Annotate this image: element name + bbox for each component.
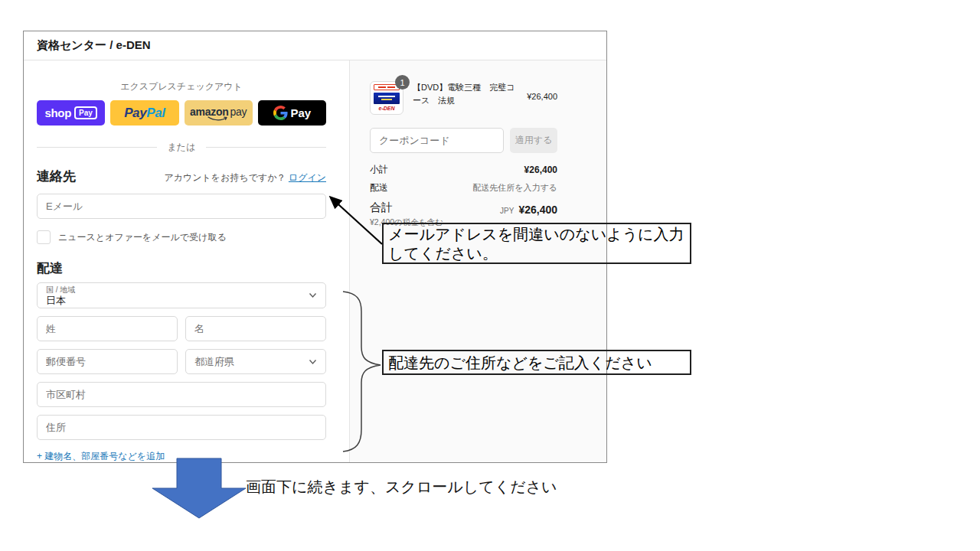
cart-item: e-DEN 1 【DVD】電験三種 完璧コース 法規 ¥26,400 xyxy=(370,81,557,115)
currency-code: JPY xyxy=(500,207,514,215)
chevron-down-icon xyxy=(309,359,317,365)
shop-pay-button[interactable]: shop Pay xyxy=(37,100,105,126)
product-title: 【DVD】電験三種 完璧コース 法規 xyxy=(413,81,527,107)
apply-coupon-button[interactable]: 適用する xyxy=(510,128,557,153)
country-select[interactable]: 国 / 地域 日本 xyxy=(37,282,326,308)
subtotal-value: ¥26,400 xyxy=(524,165,557,175)
gpay-logo: Pay xyxy=(291,106,312,119)
google-pay-button[interactable]: Pay xyxy=(258,100,326,126)
delivery-heading: 配達 xyxy=(37,259,326,277)
amazon-pay-button[interactable]: amazonpay xyxy=(185,100,253,126)
contact-heading: 連絡先 xyxy=(37,168,76,185)
paypal-button[interactable]: PayPal xyxy=(110,100,178,126)
add-building-link[interactable]: + 建物名、部屋番号などを追加 xyxy=(37,450,326,462)
newsletter-checkbox[interactable] xyxy=(37,230,51,244)
login-link[interactable]: ログイン xyxy=(289,172,326,183)
chevron-down-icon xyxy=(309,292,317,298)
google-g-icon xyxy=(273,106,288,120)
postal-code-field[interactable] xyxy=(37,349,178,374)
shop-pay-logo: shop xyxy=(44,106,71,119)
prefecture-select[interactable]: 都道府県 xyxy=(185,349,326,374)
totals-section: 小計 ¥26,400 配送 配送先住所を入力する 合計 ¥2,400の税金を含む… xyxy=(370,163,557,228)
total-value: ¥26,400 xyxy=(518,204,557,216)
product-price: ¥26,400 xyxy=(527,92,557,101)
or-divider: または xyxy=(37,141,326,154)
address-annotation-box: 配達先のご住所などをご記入ください xyxy=(382,350,691,375)
amazon-smile-icon xyxy=(207,116,230,121)
shipping-label: 配送 xyxy=(370,181,388,194)
first-name-field[interactable] xyxy=(185,316,326,341)
coupon-code-input[interactable] xyxy=(370,128,504,153)
paypal-logo: Pay xyxy=(124,106,146,121)
total-label: 合計 xyxy=(370,201,393,214)
express-checkout-label: エクスプレスチェックアウト xyxy=(37,80,326,93)
newsletter-label: ニュースとオファーをメールで受け取る xyxy=(58,231,227,244)
country-value: 日本 xyxy=(46,295,317,306)
quantity-badge: 1 xyxy=(395,75,410,90)
checkout-form-pane: エクスプレスチェックアウト shop Pay PayPal amazonpay xyxy=(24,60,349,462)
scroll-down-arrow-shape xyxy=(152,458,246,518)
amazonpay-logo: amazonpay xyxy=(190,107,247,116)
brand-logo: e-DEN xyxy=(374,106,400,112)
address-field[interactable] xyxy=(37,415,326,440)
account-prompt: アカウントをお持ちですか？ ログイン xyxy=(164,171,326,184)
subtotal-label: 小計 xyxy=(370,163,388,176)
thumbnail-blue-band xyxy=(374,93,400,104)
express-pay-buttons: shop Pay PayPal amazonpay xyxy=(37,100,326,126)
email-field[interactable] xyxy=(37,194,326,219)
last-name-field[interactable] xyxy=(37,316,178,341)
country-label: 国 / 地域 xyxy=(46,285,317,295)
city-field[interactable] xyxy=(37,382,326,407)
prefecture-placeholder: 都道府県 xyxy=(194,355,234,369)
shop-pay-badge: Pay xyxy=(74,106,97,119)
scroll-instruction-text: 画面下に続きます、スクロールしてください xyxy=(246,477,557,497)
shop-title: 資格センター / e-DEN xyxy=(37,38,151,53)
shipping-value: 配送先住所を入力する xyxy=(472,182,557,194)
shop-header: 資格センター / e-DEN xyxy=(24,31,606,60)
email-annotation-box: メールアドレスを間違いのないように入力してください。 xyxy=(382,223,691,264)
